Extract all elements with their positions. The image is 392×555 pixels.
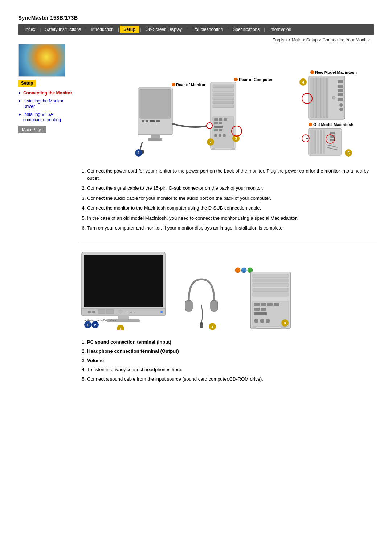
svg-rect-11 (156, 120, 160, 122)
svg-rect-53 (338, 85, 343, 88)
monitor-front-diagram: Audio-in Auto/Exit Menu — ☆ + (80, 250, 174, 331)
svg-rect-25 (213, 117, 234, 147)
svg-text:— ☆ +: — ☆ + (125, 310, 135, 314)
svg-text:Audio-in: Audio-in (84, 319, 94, 321)
instruction-5: In the case of an old model Macintosh, y… (87, 215, 377, 222)
svg-rect-13 (148, 138, 162, 141)
instructions-list: Connect the power cord for your monitor … (87, 167, 377, 232)
nav-bar: Index | Safety Instructions | Introducti… (18, 24, 374, 35)
second-instruction-1: PC sound connection terminal (Input) (87, 339, 377, 346)
svg-rect-31 (214, 126, 223, 128)
nav-information[interactable]: Information (266, 26, 295, 33)
svg-point-58 (339, 108, 343, 111)
svg-rect-38 (232, 148, 235, 150)
svg-point-2 (234, 78, 238, 81)
svg-rect-128 (251, 327, 256, 329)
second-instruction-2: Headphone connection terminal (Output) (87, 348, 377, 355)
svg-rect-56 (338, 98, 343, 101)
svg-rect-112 (253, 274, 288, 278)
svg-rect-34 (214, 134, 217, 137)
svg-rect-24 (213, 105, 234, 108)
nav-osd[interactable]: On-Screen Display (142, 26, 186, 33)
svg-rect-70 (323, 130, 325, 154)
second-instruction-3: Volume (87, 357, 377, 364)
svg-rect-86 (83, 309, 163, 315)
svg-text:4: 4 (211, 325, 213, 329)
svg-point-57 (339, 103, 343, 107)
nav-introduction[interactable]: Introduction (87, 26, 117, 33)
svg-rect-103 (185, 300, 192, 311)
section-divider (80, 243, 377, 243)
svg-rect-30 (219, 122, 222, 124)
svg-point-108 (235, 268, 240, 273)
svg-rect-27 (219, 118, 222, 121)
sidebar-item-driver[interactable]: ► Installing the Monitor Driver (18, 98, 73, 110)
svg-rect-20 (213, 89, 234, 92)
computer-tower-svg: 5 (229, 265, 294, 330)
sidebar-item-vesa[interactable]: ► Installing VESA compliant mounting (18, 112, 73, 123)
svg-rect-116 (253, 293, 288, 296)
svg-rect-12 (151, 135, 160, 138)
instruction-1: Connect the power cord for your monitor … (87, 167, 377, 182)
svg-rect-9 (146, 120, 148, 122)
svg-rect-121 (274, 303, 279, 306)
svg-point-94 (119, 310, 122, 313)
svg-point-63 (309, 123, 312, 126)
svg-rect-29 (214, 122, 218, 124)
svg-text:3: 3 (235, 137, 237, 141)
sidebar-setup-label: Setup (18, 80, 36, 87)
nav-troubleshooting[interactable]: Troubleshooting (188, 26, 226, 33)
svg-rect-37 (211, 148, 215, 150)
monitor-front-svg: Audio-in Auto/Exit Menu — ☆ + (80, 250, 174, 330)
main-page-button[interactable]: Main Page (18, 126, 46, 133)
svg-rect-129 (281, 327, 286, 329)
svg-rect-66 (311, 130, 313, 154)
svg-text:New Model Macintosh: New Model Macintosh (315, 70, 357, 74)
svg-rect-51 (326, 78, 328, 118)
svg-rect-68 (317, 130, 319, 154)
arrow-icon: ► (18, 91, 22, 95)
svg-rect-67 (314, 130, 316, 154)
svg-rect-26 (214, 118, 218, 121)
sidebar-thumbnail (18, 44, 65, 77)
svg-text:1: 1 (138, 151, 140, 155)
svg-rect-35 (219, 134, 221, 137)
svg-point-96 (160, 311, 163, 313)
svg-rect-7 (140, 89, 171, 118)
nav-specifications[interactable]: Specifications (229, 26, 263, 33)
svg-rect-23 (213, 101, 234, 104)
svg-rect-10 (150, 120, 155, 122)
svg-rect-120 (267, 303, 273, 306)
svg-rect-82 (84, 255, 163, 307)
svg-point-39 (207, 123, 212, 129)
svg-rect-28 (224, 118, 227, 121)
svg-rect-122 (254, 308, 260, 311)
nav-setup[interactable]: Setup (120, 26, 139, 33)
svg-text:1: 1 (87, 323, 89, 327)
sidebar-link-driver[interactable]: Installing the Monitor Driver (23, 98, 73, 110)
svg-rect-8 (142, 120, 144, 122)
svg-rect-54 (338, 89, 343, 92)
headphones-svg: 4 (181, 272, 221, 330)
svg-point-4 (310, 70, 314, 74)
arrow-icon-3: ► (18, 112, 22, 116)
nav-safety[interactable]: Safety Instructions (41, 26, 85, 33)
second-instruction-4: To listen in privacy,connect headphones … (87, 366, 377, 373)
svg-text:Rear of Monitor: Rear of Monitor (176, 82, 206, 87)
sidebar-link-connecting[interactable]: Connecting the Monitor (23, 90, 72, 96)
svg-point-0 (172, 83, 175, 86)
svg-rect-115 (253, 288, 288, 292)
svg-rect-49 (320, 78, 322, 118)
svg-rect-123 (261, 308, 266, 311)
diagram-svg: Rear of Monitor Rear of Computer New Mod… (80, 44, 377, 160)
svg-rect-33 (219, 129, 222, 131)
svg-rect-52 (338, 80, 343, 83)
svg-text:4: 4 (302, 80, 304, 84)
headphones-diagram: 4 (181, 272, 221, 331)
sidebar-item-connecting[interactable]: ► Connecting the Monitor (18, 90, 73, 96)
nav-index[interactable]: Index (21, 26, 39, 33)
svg-text:Rear of Computer: Rear of Computer (239, 77, 273, 82)
sidebar-link-vesa[interactable]: Installing VESA compliant mounting (23, 112, 73, 123)
svg-rect-32 (214, 129, 218, 131)
instruction-3: Connect the audio cable for your monitor… (87, 195, 377, 202)
